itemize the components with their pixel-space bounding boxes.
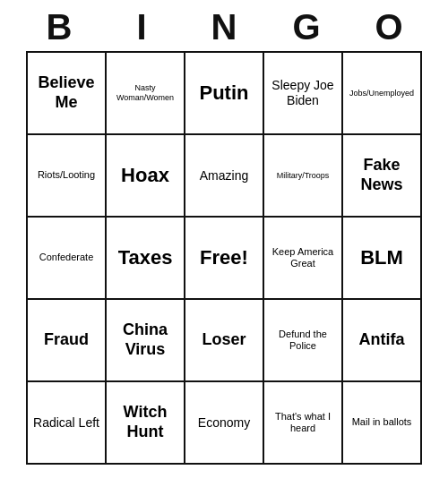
cell-text: Mail in ballots [352, 416, 412, 428]
cell-text: Riots/Looting [38, 169, 95, 181]
bingo-cell-r0c0[interactable]: Believe Me [28, 53, 107, 135]
bingo-cell-r3c2[interactable]: Loser [185, 300, 264, 382]
cell-text: Witch Hunt [110, 403, 180, 441]
bingo-letter: O [353, 7, 425, 47]
bingo-cell-r4c4[interactable]: Mail in ballots [343, 382, 422, 465]
cell-text: Taxes [118, 246, 173, 269]
bingo-cell-r1c4[interactable]: Fake News [343, 135, 422, 218]
bingo-header: BINGO [18, 7, 430, 47]
cell-text: Antifa [359, 330, 405, 350]
bingo-grid: Believe MeNasty Woman/WomenPutinSleepy J… [26, 51, 422, 465]
cell-text: Keep America Great [268, 246, 338, 269]
cell-text: That's what I heard [268, 411, 338, 434]
bingo-cell-r1c1[interactable]: Hoax [107, 135, 185, 218]
bingo-cell-r2c2[interactable]: Free! [185, 218, 264, 300]
bingo-cell-r2c3[interactable]: Keep America Great [264, 218, 343, 300]
bingo-cell-r3c3[interactable]: Defund the Police [264, 300, 343, 382]
bingo-cell-r2c1[interactable]: Taxes [107, 218, 185, 300]
cell-text: Believe Me [31, 73, 101, 112]
bingo-cell-r0c1[interactable]: Nasty Woman/Women [107, 53, 185, 135]
cell-text: Putin [200, 81, 249, 105]
cell-text: Loser [202, 330, 246, 350]
cell-text: Amazing [200, 168, 248, 184]
cell-text: Economy [198, 415, 250, 431]
cell-text: Hoax [121, 164, 169, 187]
bingo-cell-r1c0[interactable]: Riots/Looting [28, 135, 107, 218]
cell-text: BLM [360, 246, 403, 269]
bingo-cell-r4c2[interactable]: Economy [185, 382, 264, 465]
bingo-cell-r1c3[interactable]: Military/Troops [264, 135, 343, 218]
bingo-cell-r3c1[interactable]: China Virus [107, 300, 185, 382]
bingo-letter: G [271, 7, 342, 47]
cell-text: Fake News [347, 156, 417, 194]
bingo-cell-r0c3[interactable]: Sleepy Joe Biden [264, 53, 343, 135]
bingo-cell-r2c0[interactable]: Confederate [28, 218, 107, 300]
cell-text: Military/Troops [277, 171, 330, 181]
cell-text: Sleepy Joe Biden [268, 78, 338, 108]
bingo-cell-r4c3[interactable]: That's what I heard [264, 382, 343, 465]
cell-text: Confederate [39, 252, 94, 263]
bingo-cell-r3c4[interactable]: Antifa [343, 300, 422, 382]
bingo-letter: B [23, 7, 95, 47]
cell-text: Free! [200, 246, 248, 269]
bingo-letter: N [188, 7, 260, 47]
cell-text: Jobs/Unemployed [349, 89, 414, 98]
bingo-cell-r4c1[interactable]: Witch Hunt [107, 382, 185, 465]
cell-text: China Virus [110, 320, 180, 359]
bingo-cell-r0c2[interactable]: Putin [185, 53, 264, 135]
cell-text: Fraud [44, 330, 89, 350]
bingo-cell-r4c0[interactable]: Radical Left [28, 382, 107, 465]
bingo-cell-r3c0[interactable]: Fraud [28, 300, 107, 382]
bingo-cell-r2c4[interactable]: BLM [343, 218, 422, 300]
cell-text: Nasty Woman/Women [110, 83, 180, 103]
cell-text: Radical Left [33, 415, 99, 431]
cell-text: Defund the Police [268, 329, 338, 352]
bingo-cell-r1c2[interactable]: Amazing [185, 135, 264, 218]
bingo-letter: I [106, 7, 177, 47]
bingo-cell-r0c4[interactable]: Jobs/Unemployed [343, 53, 422, 135]
